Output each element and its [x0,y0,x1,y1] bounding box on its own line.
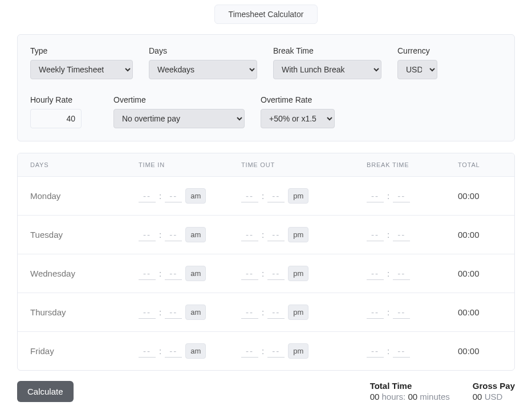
time-out-minute[interactable] [267,267,285,280]
total-hours: 00 [370,392,380,401]
time-in-hour[interactable] [139,190,156,202]
break-hour[interactable] [367,229,384,241]
time-in-ampm[interactable]: am [185,305,206,320]
break-colon: : [387,307,389,317]
break-hour[interactable] [367,345,384,358]
overtime-select[interactable]: No overtime pay [113,109,245,128]
time-out-hour[interactable] [241,306,258,319]
time-out-group: : pm [241,227,367,242]
break-minute[interactable] [393,190,410,202]
time-out-group: : pm [241,305,367,320]
overtime-rate-select[interactable]: +50% or x1.5 [261,109,335,128]
row-total: 00:00 [458,230,502,240]
break-hour[interactable] [367,267,384,280]
break-minute[interactable] [393,306,410,319]
day-name: Friday [30,346,139,356]
time-in-minute[interactable] [165,267,182,280]
time-in-group: : am [139,227,241,242]
timesheet-table: Days Time In Time Out Break Time Total M… [17,153,515,371]
break-hour[interactable] [367,306,384,319]
time-out-group: : pm [241,188,367,204]
hourly-rate-label: Hourly Rate [30,95,82,104]
total-time-label: Total Time [370,381,450,391]
type-select[interactable]: Weekly Timesheet [30,60,133,79]
footer: Calculate Total Time 00 hours: 00 minute… [17,381,515,402]
settings-panel: Type Weekly Timesheet Days Weekdays Brea… [17,34,515,141]
gross-pay-label: Gross Pay [473,381,515,391]
overtime-rate-label: Overtime Rate [261,95,335,104]
time-in-hour[interactable] [139,229,156,241]
break-hour[interactable] [367,190,384,202]
time-in-group: : am [139,266,241,281]
time-out-colon: : [262,269,264,278]
hours-word: hours: [382,392,406,401]
time-out-ampm[interactable]: pm [288,343,308,359]
overtime-label: Overtime [113,95,245,104]
time-in-minute[interactable] [165,345,182,358]
row-total: 00:00 [458,307,502,317]
time-in-ampm[interactable]: am [185,266,206,281]
time-in-hour[interactable] [139,306,156,319]
time-in-colon: : [159,230,161,240]
breaktime-label: Break Time [273,46,381,55]
time-out-minute[interactable] [267,229,285,241]
time-in-group: : am [139,343,241,359]
day-name: Tuesday [30,230,139,240]
breaktime-select[interactable]: With Lunch Break [273,60,381,79]
time-in-ampm[interactable]: am [185,188,206,204]
th-break: Break Time [367,161,458,168]
time-out-hour[interactable] [241,345,258,358]
control-days: Days Weekdays [149,46,257,79]
days-select[interactable]: Weekdays [149,60,257,79]
time-in-minute[interactable] [165,190,182,202]
time-out-ampm[interactable]: pm [288,227,308,242]
break-group: : [367,267,458,280]
th-time-out: Time Out [241,161,367,168]
time-out-minute[interactable] [267,190,285,202]
th-days: Days [30,161,139,168]
time-in-colon: : [159,269,161,278]
total-time-value: 00 hours: 00 minutes [370,392,450,401]
time-out-hour[interactable] [241,267,258,280]
time-in-colon: : [159,346,161,356]
time-out-minute[interactable] [267,306,285,319]
total-minutes: 00 [408,392,417,401]
time-in-minute[interactable] [165,229,182,241]
currency-select[interactable]: USD [397,60,437,79]
time-out-colon: : [262,307,264,317]
time-in-colon: : [159,191,161,201]
time-in-ampm[interactable]: am [185,343,206,359]
time-out-colon: : [262,346,264,356]
day-name: Thursday [30,307,139,317]
break-group: : [367,345,458,358]
type-label: Type [30,46,133,55]
break-minute[interactable] [393,267,410,280]
table-header: Days Time In Time Out Break Time Total [18,153,514,177]
table-row: Friday : am : pm : 00:00 [18,332,514,370]
time-in-colon: : [159,307,161,317]
break-group: : [367,229,458,241]
time-out-ampm[interactable]: pm [288,266,308,281]
hourly-rate-input[interactable] [30,109,82,128]
time-in-ampm[interactable]: am [185,227,206,242]
time-out-group: : pm [241,343,367,359]
calculate-button[interactable]: Calculate [17,381,74,402]
break-colon: : [387,269,389,278]
control-currency: Currency USD [397,46,437,79]
time-out-minute[interactable] [267,345,285,358]
table-row: Monday : am : pm : 00:00 [18,177,514,216]
time-in-hour[interactable] [139,345,156,358]
break-minute[interactable] [393,345,410,358]
row-total: 00:00 [458,269,502,278]
time-in-hour[interactable] [139,267,156,280]
row-total: 00:00 [458,191,502,201]
time-out-ampm[interactable]: pm [288,188,308,204]
day-name: Monday [30,191,139,201]
day-name: Wednesday [30,269,139,278]
break-minute[interactable] [393,229,410,241]
gross-amount: 00 [473,392,482,401]
time-out-ampm[interactable]: pm [288,305,308,320]
time-in-minute[interactable] [165,306,182,319]
time-out-hour[interactable] [241,190,258,202]
time-out-hour[interactable] [241,229,258,241]
